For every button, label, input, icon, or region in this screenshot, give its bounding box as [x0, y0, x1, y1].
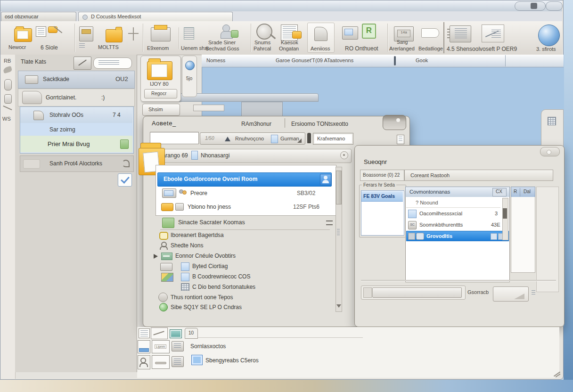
cylinder-icon[interactable] — [4, 79, 12, 90]
hscroll-left-step[interactable] — [363, 287, 372, 298]
magnifier-icon[interactable] — [256, 24, 272, 40]
dialog-row-preore[interactable]: Preore SB3/02 — [157, 187, 331, 200]
new-folder-icon[interactable] — [14, 28, 32, 42]
content-col-gook[interactable]: Gook — [416, 57, 428, 63]
ribbon-label-sfirots[interactable]: 3. sfirots — [536, 46, 556, 52]
panel-tab-coreant[interactable]: Coreant Rastooh — [404, 170, 553, 181]
panel-table-header[interactable]: Covmontonnanas CX — [405, 187, 510, 198]
header-right-segment[interactable] — [505, 55, 563, 66]
group-list-selected[interactable]: FE 83V Goals — [361, 191, 403, 202]
seg-option-a[interactable]: Rnuhvoçcno — [235, 136, 264, 141]
share-people-icon[interactable] — [221, 24, 237, 40]
content-col-nomess[interactable]: Nomess — [206, 57, 225, 63]
ribbon-label-egxenom[interactable]: E9xenom — [147, 45, 169, 51]
sidebar-row-prier[interactable]: Prier Mrai Bvug — [20, 136, 132, 152]
lipnm-button[interactable]: Lipnm — [152, 340, 170, 353]
sidebar-row-stohralv[interactable]: Stohralv OOs 7 4 — [20, 107, 132, 123]
ribbon-label-sang2[interactable]: Arerlanged — [389, 46, 415, 51]
shsim-button[interactable]: Shsim — [142, 104, 180, 116]
help-icon[interactable] — [340, 151, 348, 159]
resize-grip-icon[interactable] — [552, 370, 562, 378]
mini-table-header[interactable]: R Dal — [511, 187, 535, 198]
bottom-label-1[interactable]: Sornlasxoctos — [190, 343, 226, 350]
tree-row-2[interactable]: Iboreanert Bagertdsa — [156, 231, 335, 240]
ribbon-label-newocr[interactable]: Newocr — [8, 44, 26, 50]
ribbon-label-uenem[interactable]: Uenem shxr — [181, 45, 209, 51]
minimize-icon[interactable] — [531, 3, 537, 9]
panel-notch-button[interactable] — [540, 147, 560, 156]
table-row-grovodltis[interactable]: Grovodltis — [406, 231, 509, 241]
aea-icon[interactable] — [172, 341, 184, 351]
stack-icon[interactable] — [184, 27, 194, 40]
r-green-icon[interactable]: R — [362, 24, 376, 39]
tree-row-8[interactable]: Thus rontiort oone Tepos — [156, 293, 335, 302]
grid-icon[interactable] — [548, 117, 556, 125]
close-button[interactable] — [546, 1, 563, 11]
sidebar-row-sacktkade[interactable]: Sacktkade OU2 — [18, 71, 135, 89]
sidebar-search-button[interactable] — [93, 57, 132, 69]
ribbon-label-bedatlioge[interactable]: Bedatlioge — [418, 46, 443, 51]
doc-pencil-icon[interactable] — [139, 328, 150, 338]
printer-icon[interactable] — [151, 27, 171, 41]
ribbon-label-snums2[interactable]: Pahrcal — [254, 46, 271, 51]
tree-row-1[interactable]: Sinacte Sacrater Koomas — [156, 217, 335, 229]
ribbon-label-srade1[interactable]: Srade Siner — [208, 40, 236, 45]
ribbon-label-ro[interactable]: RO Onthueot — [345, 45, 378, 52]
dialog-selected-row[interactable]: Eboole Goatlorconne Ovomi Room — [157, 172, 332, 187]
contact-badge-icon[interactable] — [320, 174, 331, 185]
tree-row-4[interactable]: Eonnor Cnéule Ovobtirs — [152, 252, 335, 261]
bottom-label-2[interactable]: Sbengyreabs C5eros — [205, 357, 259, 364]
sidebar-row-sanh[interactable]: Sanh Prot4 Aloctorks — [20, 155, 134, 172]
rail-item-rb[interactable]: RB — [4, 58, 11, 64]
gsorracb-button[interactable] — [493, 286, 529, 302]
ribbon-label-srade2[interactable]: Sechvad Goss — [205, 46, 239, 51]
sketch-button[interactable] — [151, 327, 168, 339]
dialog-segmented-control[interactable]: 1/50 Rnuhvoçcno Gurman — [200, 132, 305, 145]
list-lines-icon[interactable] — [172, 356, 184, 367]
header-notch[interactable] — [394, 56, 396, 65]
blue-tray-icon[interactable] — [138, 340, 150, 353]
mug-icon[interactable] — [4, 94, 12, 104]
globe-tab-card[interactable]: 5jo — [182, 56, 197, 97]
teal-image-icon[interactable] — [170, 329, 182, 338]
dialog-scroll-thumb[interactable] — [336, 171, 342, 204]
tree-row-6[interactable]: B Coodrewniecoc COS — [156, 272, 335, 282]
report-folder-icon[interactable] — [147, 61, 172, 80]
tab-left[interactable]: osd obzxnucar — [1, 12, 76, 22]
scroll-down-icon[interactable] — [336, 304, 341, 308]
dialog-dropdown[interactable]: Krafxemano — [313, 133, 353, 145]
dialog-header-right[interactable]: Ersioomo TONtsxeotto — [291, 121, 348, 127]
regocr-button[interactable]: Regocr — [144, 89, 177, 98]
tag-icon[interactable] — [421, 28, 439, 38]
ribbon-label-shenso[interactable]: 4.5 Shensoolvoseft P OER9 — [447, 46, 517, 52]
window-controls[interactable] — [515, 1, 546, 11]
dash-button[interactable] — [152, 355, 170, 369]
server-icon[interactable] — [450, 25, 471, 42]
dialog-row-ybiono[interactable]: Ybiono hno jness 12SF Pts6 — [157, 201, 331, 213]
sidebar-checkbox[interactable] — [118, 173, 132, 187]
table-row-oacom[interactable]: Oacomilhesssxcial 3 — [406, 208, 500, 219]
computer-icon[interactable] — [342, 26, 358, 40]
tab-10-button[interactable]: 10 — [185, 328, 198, 339]
rail-item-ws[interactable]: WS — [2, 116, 11, 122]
sidebar-row-sarzoirng[interactable]: Sar zoirng — [20, 123, 132, 136]
ribbon-label-siole[interactable]: 6 Siole — [41, 44, 58, 51]
equals-icon[interactable] — [326, 220, 333, 225]
sidebar-edit-button[interactable] — [74, 57, 91, 70]
tree-row-9[interactable]: Sibe SQ1Y SE LP O Cndras — [156, 302, 335, 312]
globe-icon[interactable] — [538, 24, 560, 46]
row-action-1[interactable] — [491, 233, 497, 240]
list-sketch-icon[interactable] — [36, 26, 46, 37]
table-row-noound[interactable]: ? Noound — [406, 198, 500, 208]
tab-right[interactable]: D Cocusits Meedixsot — [78, 12, 233, 22]
blue-image-icon[interactable] — [191, 355, 203, 365]
aeniioss-button[interactable]: Aeniioss — [307, 23, 335, 53]
card-icon[interactable] — [79, 26, 93, 41]
table-scrollbar[interactable] — [502, 198, 508, 240]
table-row-soomnk[interactable]: SC Soomnkbthurenttts 43E — [406, 220, 500, 230]
dialog-header-mid[interactable]: RAm3honur — [241, 121, 271, 127]
panel-tab-boassonse[interactable]: Boassonse (0) 22 — [360, 170, 404, 181]
seg-option-b[interactable]: Gurman — [280, 136, 299, 141]
title-bar[interactable] — [0, 0, 562, 12]
open-folder-icon[interactable] — [106, 29, 123, 42]
